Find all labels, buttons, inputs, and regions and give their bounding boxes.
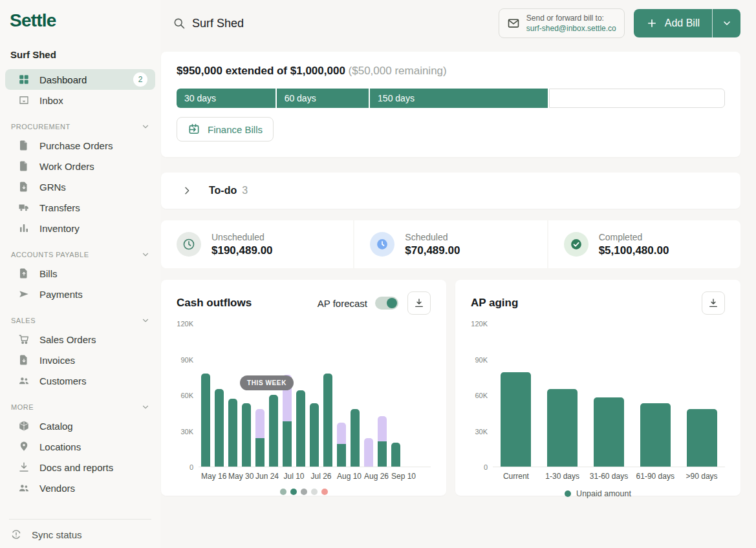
y-tick-label: 120K	[177, 320, 193, 328]
download-chart-button[interactable]	[702, 291, 725, 315]
sidebar-item-label: Dashboard	[39, 74, 87, 85]
plot-area: THIS WEEK	[199, 324, 431, 467]
dashboard-icon	[18, 74, 30, 85]
sidebar-item-transfers[interactable]: Transfers	[5, 197, 155, 218]
bar	[493, 324, 539, 467]
legend-label: Unpaid amount	[576, 489, 631, 498]
forecast-bar-segment	[337, 423, 346, 444]
x-tick-label: Jun 24	[255, 472, 278, 481]
bar	[378, 324, 387, 467]
forward-bill-email[interactable]: surf-shed@inbox.settle.co	[526, 23, 616, 34]
sidebar-item-work-orders[interactable]: Work Orders	[5, 156, 155, 176]
download-icon	[414, 298, 424, 308]
sidebar-item-bills[interactable]: Bills	[5, 263, 155, 284]
sync-status[interactable]: Sync status	[9, 519, 151, 548]
chart-legend: Unpaid amount	[471, 489, 725, 498]
sync-icon	[10, 529, 22, 540]
bar-segment	[242, 403, 251, 467]
stat-completed[interactable]: Completed $5,100,480.00	[548, 220, 740, 268]
x-tick-label: Aug 10	[337, 472, 360, 481]
sidebar-item-label: Sales Orders	[39, 334, 96, 345]
bar-chart-icon	[18, 222, 30, 234]
check-circle-icon	[564, 232, 589, 257]
x-axis: May 16May 30Jun 24Jul 10Jul 26Aug 10Aug …	[177, 472, 431, 481]
document-icon	[18, 268, 30, 279]
sync-status-label: Sync status	[32, 529, 82, 540]
download-chart-button[interactable]	[407, 291, 431, 315]
x-tick-label: 61-90 days	[632, 472, 678, 481]
chevron-right-icon	[182, 185, 192, 196]
inbox-icon	[18, 94, 30, 106]
forward-bill-box[interactable]: Send or forward bill to: surf-shed@inbox…	[499, 8, 625, 38]
charts-row: Cash outflows AP forecast 120K90K60K30K0…	[161, 280, 740, 496]
bars	[199, 324, 431, 467]
bar-segment	[310, 403, 319, 467]
section-more[interactable]: MORE	[11, 403, 150, 412]
bar	[228, 324, 237, 467]
bars	[493, 324, 725, 467]
carousel-dot[interactable]	[321, 489, 328, 495]
x-tick-label: Jul 26	[310, 472, 332, 481]
bar	[337, 324, 346, 467]
chevron-down-icon	[141, 250, 150, 259]
stat-value: $5,100,480.00	[599, 244, 669, 257]
bar	[310, 324, 319, 467]
sidebar-item-invoices[interactable]: Invoices	[5, 350, 155, 370]
x-tick-label: May 16	[201, 472, 224, 481]
bar	[586, 324, 632, 467]
section-sales[interactable]: SALES	[11, 316, 150, 325]
bar	[296, 324, 305, 467]
section-accounts-payable[interactable]: ACCOUNTS PAYABLE	[11, 250, 150, 259]
sidebar-item-vendors[interactable]: Vendors	[5, 478, 155, 498]
ap-forecast-toggle[interactable]	[375, 297, 398, 310]
section-procurement[interactable]: PROCUREMENT	[11, 122, 150, 131]
document-icon	[18, 354, 30, 366]
carousel-dot[interactable]	[301, 489, 307, 495]
sidebar-item-catalog[interactable]: Catalog	[5, 416, 155, 436]
y-tick-label: 90K	[475, 356, 488, 364]
y-tick-label: 0	[484, 463, 488, 471]
finance-bills-button[interactable]: Finance Bills	[177, 117, 274, 142]
todo-card[interactable]: To-do 3	[161, 173, 740, 209]
search-input[interactable]: Surf Shed	[192, 17, 244, 30]
plot-area	[493, 324, 725, 467]
sidebar-item-locations[interactable]: Locations	[5, 436, 155, 457]
legend-dot	[565, 490, 571, 497]
cart-icon	[18, 333, 30, 345]
forward-bill-label: Send or forward bill to:	[526, 13, 616, 23]
ap-aging-header: AP aging	[471, 291, 725, 315]
carousel-dot[interactable]	[280, 489, 286, 495]
y-tick-label: 30K	[475, 428, 488, 436]
add-bill-button[interactable]: Add Bill	[634, 9, 712, 37]
bar	[351, 324, 360, 467]
sidebar-item-customers[interactable]: Customers	[5, 370, 155, 391]
y-tick-label: 30K	[180, 428, 193, 436]
sidebar-item-label: GRNs	[39, 182, 66, 193]
search-icon[interactable]	[173, 17, 186, 30]
sidebar-item-label: Transfers	[39, 202, 80, 213]
sidebar-item-inbox[interactable]: Inbox	[5, 90, 155, 111]
stat-scheduled[interactable]: Scheduled $70,489.00	[354, 220, 546, 268]
x-tick-label: 31-60 days	[586, 472, 632, 481]
credit-remaining: ($50,000 remaining)	[349, 65, 447, 77]
sidebar-item-purchase-orders[interactable]: Purchase Orders	[5, 135, 155, 156]
bar-segment	[228, 399, 237, 467]
carousel-dot[interactable]	[311, 489, 318, 495]
sidebar-item-dashboard[interactable]: Dashboard 2	[5, 69, 155, 90]
carousel-dot[interactable]	[290, 489, 297, 495]
section-label: MORE	[11, 403, 34, 411]
sidebar-item-inventory[interactable]: Inventory	[5, 218, 155, 238]
cash-outflows-card: Cash outflows AP forecast 120K90K60K30K0…	[161, 280, 446, 496]
sidebar-item-payments[interactable]: Payments	[5, 284, 155, 304]
stat-unscheduled[interactable]: Unscheduled $190,489.00	[161, 220, 353, 268]
bar-segment	[501, 372, 531, 467]
sidebar-item-sales-orders[interactable]: Sales Orders	[5, 329, 155, 350]
y-tick-label: 90K	[180, 356, 193, 364]
bar	[539, 324, 586, 467]
chevron-down-icon	[722, 18, 732, 28]
add-bill-dropdown-button[interactable]	[712, 9, 740, 37]
clock-outline-icon	[177, 232, 201, 257]
bar	[364, 324, 373, 467]
sidebar-item-docs-reports[interactable]: Docs and reports	[5, 457, 155, 478]
sidebar-item-grns[interactable]: GRNs	[5, 176, 155, 197]
